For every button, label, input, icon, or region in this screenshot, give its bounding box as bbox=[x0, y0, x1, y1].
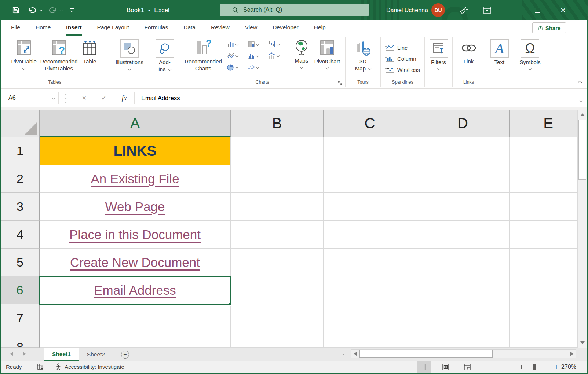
cell-b5[interactable] bbox=[231, 249, 324, 276]
vertical-scrollbar[interactable] bbox=[577, 110, 587, 348]
save-icon[interactable] bbox=[10, 0, 21, 20]
formula-input[interactable]: Email Address bbox=[136, 92, 573, 104]
tab-formulas[interactable]: Formulas bbox=[145, 20, 168, 36]
cell-a3-hyperlink[interactable]: Web Page bbox=[40, 193, 231, 221]
cell-c8[interactable] bbox=[324, 332, 416, 348]
cell-d5[interactable] bbox=[416, 249, 510, 276]
cell-c2[interactable] bbox=[324, 165, 416, 193]
row-header-4[interactable]: 4 bbox=[1, 221, 40, 249]
column-header-c[interactable]: C bbox=[324, 110, 416, 137]
row-header-3[interactable]: 3 bbox=[1, 193, 40, 221]
tab-page-layout[interactable]: Page Layout bbox=[97, 20, 129, 36]
normal-view-button[interactable] bbox=[417, 361, 431, 373]
insert-column-chart-button[interactable] bbox=[227, 41, 248, 48]
cell-d4[interactable] bbox=[416, 221, 510, 249]
page-layout-view-button[interactable] bbox=[439, 361, 453, 373]
add-ins-button[interactable]: Add- ins bbox=[156, 38, 174, 73]
scroll-down-icon[interactable] bbox=[578, 338, 587, 348]
insert-line-chart-button[interactable] bbox=[227, 52, 248, 59]
insert-statistic-chart-button[interactable] bbox=[248, 52, 268, 59]
column-header-a[interactable]: A bbox=[40, 110, 231, 137]
cell-b6[interactable] bbox=[231, 276, 324, 304]
cell-a6-hyperlink-selected[interactable]: Email Address bbox=[40, 276, 231, 304]
macro-recording-icon[interactable] bbox=[37, 364, 44, 370]
cell-d2[interactable] bbox=[416, 165, 510, 193]
row-header-2[interactable]: 2 bbox=[1, 165, 40, 193]
cell-b3[interactable] bbox=[231, 193, 324, 221]
cell-e2[interactable] bbox=[510, 165, 587, 193]
cancel-icon[interactable]: × bbox=[82, 94, 86, 102]
sheet-nav-right-icon[interactable] bbox=[23, 352, 26, 356]
sheet-tab-sheet1[interactable]: Sheet1 bbox=[44, 348, 79, 361]
enter-check-icon[interactable]: ✓ bbox=[101, 94, 107, 102]
table-button[interactable]: Table bbox=[81, 38, 98, 65]
horizontal-scrollbar[interactable] bbox=[351, 349, 576, 358]
cell-e5[interactable] bbox=[510, 249, 587, 276]
maximize-button[interactable] bbox=[529, 0, 546, 20]
cell-e1[interactable] bbox=[510, 137, 587, 165]
tab-view[interactable]: View bbox=[245, 20, 257, 36]
expand-formula-bar-icon[interactable] bbox=[580, 97, 582, 103]
charts-dialog-launcher-icon[interactable] bbox=[337, 80, 342, 87]
cell-e7[interactable] bbox=[510, 304, 587, 332]
zoom-out-icon[interactable]: − bbox=[484, 362, 489, 372]
filters-button[interactable]: Filters bbox=[430, 38, 448, 70]
link-button[interactable]: Link bbox=[460, 38, 478, 65]
insert-waterfall-chart-button[interactable] bbox=[268, 41, 289, 48]
illustrations-button[interactable]: Illustrations bbox=[116, 38, 143, 70]
ribbon-display-options-icon[interactable] bbox=[481, 0, 494, 20]
pivottable-button[interactable]: PivotTable bbox=[11, 38, 37, 69]
quick-access-toolbar-icon[interactable] bbox=[67, 0, 76, 20]
new-sheet-button[interactable]: + bbox=[121, 351, 129, 359]
cell-c6[interactable] bbox=[324, 276, 416, 304]
redo-button[interactable] bbox=[47, 0, 59, 20]
cell-e6[interactable] bbox=[510, 276, 587, 304]
cell-a8[interactable] bbox=[40, 332, 231, 348]
tab-help[interactable]: Help bbox=[314, 20, 326, 36]
insert-function-icon[interactable]: fx bbox=[122, 94, 127, 102]
undo-dropdown-icon[interactable] bbox=[38, 0, 43, 20]
insert-pie-chart-button[interactable] bbox=[227, 63, 248, 71]
cell-e4[interactable] bbox=[510, 221, 587, 249]
cell-c3[interactable] bbox=[324, 193, 416, 221]
row-header-8[interactable]: 8 bbox=[1, 332, 40, 348]
avatar[interactable]: DU bbox=[431, 3, 445, 17]
column-header-d[interactable]: D bbox=[416, 110, 510, 137]
cell-c1[interactable] bbox=[324, 137, 416, 165]
sparkline-column-button[interactable]: Column bbox=[385, 53, 416, 64]
maps-button[interactable]: Maps bbox=[294, 38, 309, 68]
row-header-6[interactable]: 6 bbox=[1, 276, 40, 304]
minimize-button[interactable] bbox=[503, 0, 520, 20]
cell-a2-hyperlink[interactable]: An Existing File bbox=[40, 165, 231, 193]
redo-dropdown-icon[interactable] bbox=[59, 0, 64, 20]
cell-a4-hyperlink[interactable]: Place in this Document bbox=[40, 221, 231, 249]
name-box[interactable]: A6 bbox=[4, 92, 59, 104]
horizontal-scrollbar-thumb[interactable] bbox=[359, 350, 493, 358]
sparkline-winloss-button[interactable]: Win/Loss bbox=[385, 64, 420, 75]
row-header-1[interactable]: 1 bbox=[1, 137, 40, 165]
scroll-left-icon[interactable] bbox=[351, 350, 359, 358]
cell-b4[interactable] bbox=[231, 221, 324, 249]
tab-review[interactable]: Review bbox=[211, 20, 230, 36]
3d-map-button[interactable]: 3D Map bbox=[355, 38, 372, 72]
sheet-tab-sheet2[interactable]: Sheet2 bbox=[79, 348, 113, 361]
cell-c7[interactable] bbox=[324, 304, 416, 332]
tab-developer[interactable]: Developer bbox=[273, 20, 299, 36]
user-name[interactable]: Daniel Uchenna bbox=[386, 0, 428, 20]
formula-bar-grip[interactable]: ••• bbox=[65, 92, 66, 104]
column-header-e[interactable]: E bbox=[510, 110, 587, 137]
cell-b7[interactable] bbox=[231, 304, 324, 332]
insert-combo-chart-button[interactable] bbox=[268, 52, 289, 59]
coming-soon-megaphone-icon[interactable] bbox=[457, 0, 470, 20]
recommended-pivottables-button[interactable]: ? Recommended PivotTables bbox=[40, 38, 78, 72]
cell-a1[interactable]: LINKS bbox=[40, 137, 231, 165]
column-header-b[interactable]: B bbox=[231, 110, 324, 137]
zoom-slider-thumb[interactable] bbox=[533, 364, 536, 370]
sparkline-line-button[interactable]: Line bbox=[385, 42, 408, 53]
scroll-right-icon[interactable] bbox=[568, 350, 576, 358]
cell-d1[interactable] bbox=[416, 137, 510, 165]
cell-d3[interactable] bbox=[416, 193, 510, 221]
collapse-ribbon-icon[interactable] bbox=[578, 79, 581, 85]
scroll-up-icon[interactable] bbox=[578, 110, 587, 120]
undo-button[interactable] bbox=[26, 0, 38, 20]
